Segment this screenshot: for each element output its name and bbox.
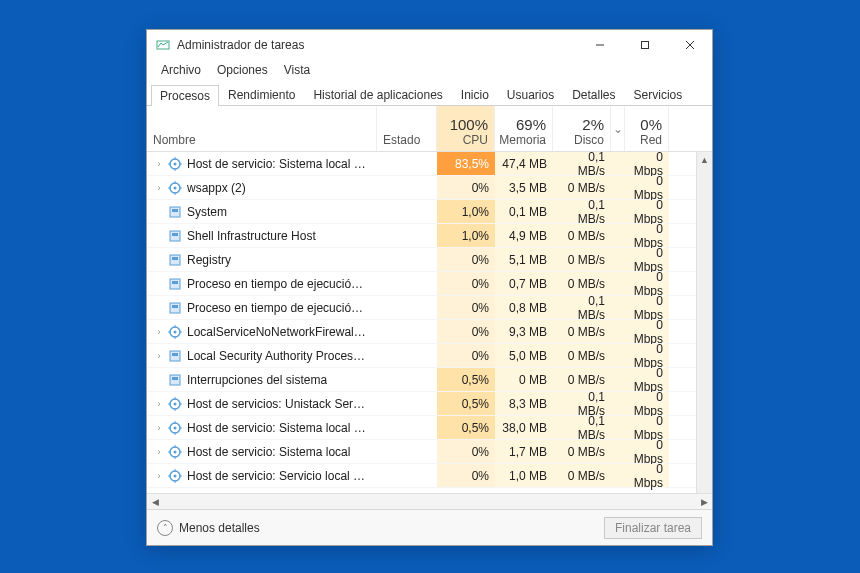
scroll-left-icon[interactable]: ◀ bbox=[147, 497, 163, 507]
table-row[interactable]: Registry0%5,1 MB0 MB/s0 Mbps bbox=[147, 248, 712, 272]
header-memory[interactable]: 69% Memoria bbox=[495, 106, 553, 151]
table-row[interactable]: System1,0%0,1 MB0,1 MB/s0 Mbps bbox=[147, 200, 712, 224]
menu-options[interactable]: Opciones bbox=[209, 63, 276, 77]
process-name-cell[interactable]: ›LocalServiceNoNetworkFirewall ... bbox=[147, 320, 377, 343]
memory-cell: 0,7 MB bbox=[495, 272, 553, 295]
disk-cell: 0,1 MB/s bbox=[553, 296, 611, 319]
tab-details[interactable]: Detalles bbox=[563, 84, 624, 105]
header-name[interactable]: Nombre bbox=[147, 106, 377, 151]
process-name-cell[interactable]: ›Host de servicio: Sistema local bbox=[147, 440, 377, 463]
svg-rect-18 bbox=[172, 209, 178, 212]
table-row[interactable]: ›Host de servicios: Unistack Servi...0,5… bbox=[147, 392, 712, 416]
fewer-details-button[interactable]: ˄ Menos detalles bbox=[157, 520, 260, 536]
process-name-cell[interactable]: Proceso en tiempo de ejecución... bbox=[147, 272, 377, 295]
tab-users[interactable]: Usuarios bbox=[498, 84, 563, 105]
memory-cell: 9,3 MB bbox=[495, 320, 553, 343]
expand-icon[interactable]: › bbox=[153, 447, 165, 457]
expand-icon[interactable]: › bbox=[153, 399, 165, 409]
maximize-button[interactable] bbox=[622, 30, 667, 60]
cpu-cell: 1,0% bbox=[437, 200, 495, 223]
menu-file[interactable]: Archivo bbox=[153, 63, 209, 77]
sort-indicator[interactable]: ⌄ bbox=[611, 106, 625, 151]
process-status-cell bbox=[377, 368, 437, 391]
process-name-cell[interactable]: ›Local Security Authority Process... bbox=[147, 344, 377, 367]
table-row[interactable]: ›Host de servicio: Sistema local0%1,7 MB… bbox=[147, 440, 712, 464]
table-row[interactable]: Shell Infrastructure Host1,0%4,9 MB0 MB/… bbox=[147, 224, 712, 248]
header-cpu[interactable]: 100% CPU bbox=[437, 106, 495, 151]
cpu-cell: 0% bbox=[437, 320, 495, 343]
table-row[interactable]: Proceso en tiempo de ejecución...0%0,7 M… bbox=[147, 272, 712, 296]
cpu-cell: 0% bbox=[437, 344, 495, 367]
tab-app-history[interactable]: Historial de aplicaciones bbox=[304, 84, 451, 105]
window-controls bbox=[577, 30, 712, 60]
disk-cell: 0 MB/s bbox=[553, 248, 611, 271]
process-name: Host de servicio: Sistema local bbox=[187, 445, 350, 459]
process-name: Interrupciones del sistema bbox=[187, 373, 327, 387]
vertical-scrollbar[interactable]: ▲ bbox=[696, 152, 712, 493]
tab-services[interactable]: Servicios bbox=[625, 84, 692, 105]
minimize-button[interactable] bbox=[577, 30, 622, 60]
header-status[interactable]: Estado bbox=[377, 106, 437, 151]
expand-icon[interactable]: › bbox=[153, 159, 165, 169]
scroll-right-icon[interactable]: ▶ bbox=[696, 497, 712, 507]
process-name: Shell Infrastructure Host bbox=[187, 229, 316, 243]
tab-performance[interactable]: Rendimiento bbox=[219, 84, 304, 105]
cpu-cell: 0,5% bbox=[437, 392, 495, 415]
process-name-cell[interactable]: System bbox=[147, 200, 377, 223]
expand-icon[interactable]: › bbox=[153, 471, 165, 481]
process-name-cell[interactable]: Registry bbox=[147, 248, 377, 271]
cpu-cell: 0% bbox=[437, 248, 495, 271]
tab-startup[interactable]: Inicio bbox=[452, 84, 498, 105]
process-status-cell bbox=[377, 344, 437, 367]
process-status-cell bbox=[377, 416, 437, 439]
table-row[interactable]: ›wsappx (2)0%3,5 MB0 MB/s0 Mbps bbox=[147, 176, 712, 200]
header-disk[interactable]: 2% Disco bbox=[553, 106, 611, 151]
cpu-cell: 0% bbox=[437, 296, 495, 319]
process-name-cell[interactable]: ›Host de servicio: Sistema local (... bbox=[147, 152, 377, 175]
process-name: System bbox=[187, 205, 227, 219]
process-name-cell[interactable]: ›wsappx (2) bbox=[147, 176, 377, 199]
network-cell: 0 Mbps bbox=[625, 464, 669, 487]
scroll-up-icon[interactable]: ▲ bbox=[697, 152, 712, 168]
expand-icon[interactable]: › bbox=[153, 183, 165, 193]
svg-rect-34 bbox=[172, 353, 178, 356]
table-row[interactable]: Interrupciones del sistema0,5%0 MB0 MB/s… bbox=[147, 368, 712, 392]
end-task-button[interactable]: Finalizar tarea bbox=[604, 517, 702, 539]
cpu-cell: 0% bbox=[437, 440, 495, 463]
table-row[interactable]: ›Host de servicio: Sistema local (...0,5… bbox=[147, 416, 712, 440]
memory-cell: 0,8 MB bbox=[495, 296, 553, 319]
process-name-cell[interactable]: ›Host de servicio: Servicio local (... bbox=[147, 464, 377, 487]
table-row[interactable]: ›Host de servicio: Sistema local (...83,… bbox=[147, 152, 712, 176]
process-name-cell[interactable]: ›Host de servicio: Sistema local (... bbox=[147, 416, 377, 439]
process-name-cell[interactable]: Proceso en tiempo de ejecución... bbox=[147, 296, 377, 319]
process-name-cell[interactable]: ›Host de servicios: Unistack Servi... bbox=[147, 392, 377, 415]
expand-icon[interactable]: › bbox=[153, 327, 165, 337]
process-list[interactable]: ›Host de servicio: Sistema local (...83,… bbox=[147, 152, 712, 493]
network-cell: 0 Mbps bbox=[625, 248, 669, 271]
table-row[interactable]: ›LocalServiceNoNetworkFirewall ...0%9,3 … bbox=[147, 320, 712, 344]
process-name: LocalServiceNoNetworkFirewall ... bbox=[187, 325, 367, 339]
process-name: Proceso en tiempo de ejecución... bbox=[187, 301, 367, 315]
table-row[interactable]: Proceso en tiempo de ejecución...0%0,8 M… bbox=[147, 296, 712, 320]
process-name: Host de servicio: Sistema local (... bbox=[187, 157, 367, 171]
horizontal-scrollbar[interactable]: ◀ ▶ bbox=[147, 493, 712, 509]
process-name-cell[interactable]: Interrupciones del sistema bbox=[147, 368, 377, 391]
table-row[interactable]: ›Local Security Authority Process...0%5,… bbox=[147, 344, 712, 368]
memory-cell: 8,3 MB bbox=[495, 392, 553, 415]
close-button[interactable] bbox=[667, 30, 712, 60]
tab-processes[interactable]: Procesos bbox=[151, 85, 219, 106]
menu-view[interactable]: Vista bbox=[276, 63, 318, 77]
network-cell: 0 Mbps bbox=[625, 200, 669, 223]
process-status-cell bbox=[377, 152, 437, 175]
expand-icon[interactable]: › bbox=[153, 351, 165, 361]
task-manager-window: Administrador de tareas Archivo Opciones… bbox=[146, 29, 713, 546]
table-row[interactable]: ›Host de servicio: Servicio local (...0%… bbox=[147, 464, 712, 488]
network-cell: 0 Mbps bbox=[625, 296, 669, 319]
system-icon bbox=[167, 276, 183, 292]
cpu-cell: 0,5% bbox=[437, 368, 495, 391]
expand-icon[interactable]: › bbox=[153, 423, 165, 433]
header-network[interactable]: 0% Red bbox=[625, 106, 669, 151]
process-name-cell[interactable]: Shell Infrastructure Host bbox=[147, 224, 377, 247]
disk-cell: 0 MB/s bbox=[553, 176, 611, 199]
titlebar[interactable]: Administrador de tareas bbox=[147, 30, 712, 60]
